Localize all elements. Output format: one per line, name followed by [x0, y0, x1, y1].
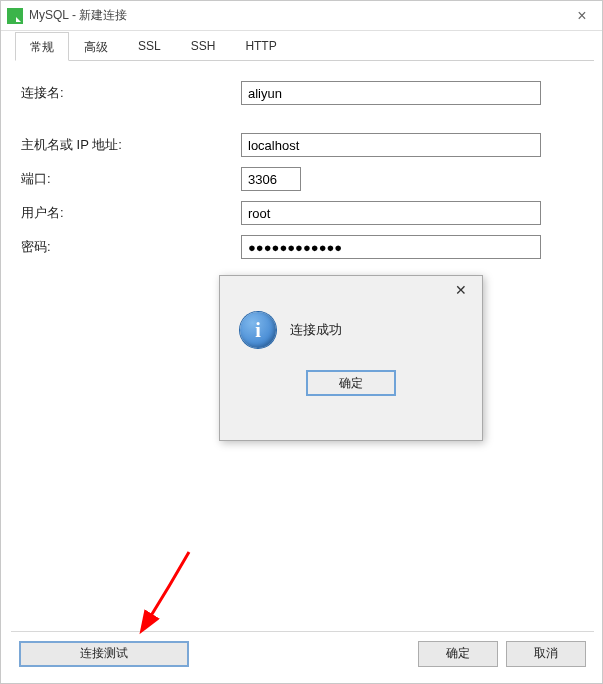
message-dialog-footer: 确定	[220, 370, 482, 396]
row-password: 密码:	[21, 235, 584, 259]
tab-ssh[interactable]: SSH	[176, 32, 231, 61]
row-connection-name: 连接名:	[21, 81, 584, 105]
dialog-footer: 连接测试 确定 取消	[11, 631, 594, 675]
tab-ssl[interactable]: SSL	[123, 32, 176, 61]
row-user: 用户名:	[21, 201, 584, 225]
tab-general[interactable]: 常规	[15, 32, 69, 61]
form: 连接名: 主机名或 IP 地址: 端口: 用户名: 密码:	[11, 61, 594, 289]
dialog-window: MySQL - 新建连接 × 常规 高级 SSL SSH HTTP 连接名: 主…	[0, 0, 603, 684]
user-label: 用户名:	[21, 204, 241, 222]
close-icon[interactable]: ✕	[446, 279, 476, 301]
tab-advanced[interactable]: 高级	[69, 32, 123, 61]
message-ok-button[interactable]: 确定	[306, 370, 396, 396]
password-input[interactable]	[241, 235, 541, 259]
message-text: 连接成功	[290, 321, 342, 339]
row-port: 端口:	[21, 167, 584, 191]
window-title: MySQL - 新建连接	[29, 7, 127, 24]
tab-bar: 常规 高级 SSL SSH HTTP	[15, 31, 594, 61]
navicat-icon	[7, 8, 23, 24]
port-input[interactable]	[241, 167, 301, 191]
titlebar: MySQL - 新建连接 ×	[1, 1, 602, 31]
tab-http[interactable]: HTTP	[230, 32, 291, 61]
host-label: 主机名或 IP 地址:	[21, 136, 241, 154]
cancel-button[interactable]: 取消	[506, 641, 586, 667]
message-dialog-body: i 连接成功	[220, 304, 482, 352]
port-label: 端口:	[21, 170, 241, 188]
info-icon: i	[240, 312, 276, 348]
password-label: 密码:	[21, 238, 241, 256]
connection-name-label: 连接名:	[21, 84, 241, 102]
message-dialog: ✕ i 连接成功 确定	[219, 275, 483, 441]
host-input[interactable]	[241, 133, 541, 157]
test-connection-button[interactable]: 连接测试	[19, 641, 189, 667]
ok-button[interactable]: 确定	[418, 641, 498, 667]
close-icon[interactable]: ×	[562, 1, 602, 31]
row-host: 主机名或 IP 地址:	[21, 133, 584, 157]
user-input[interactable]	[241, 201, 541, 225]
message-dialog-titlebar: ✕	[220, 276, 482, 304]
connection-name-input[interactable]	[241, 81, 541, 105]
